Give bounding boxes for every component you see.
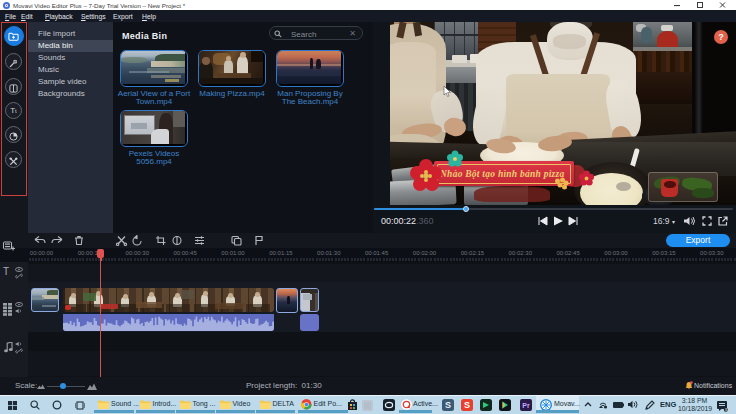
svg-text:Pr: Pr	[522, 402, 530, 409]
svg-text:S: S	[463, 400, 469, 410]
svg-text:S: S	[444, 400, 450, 410]
